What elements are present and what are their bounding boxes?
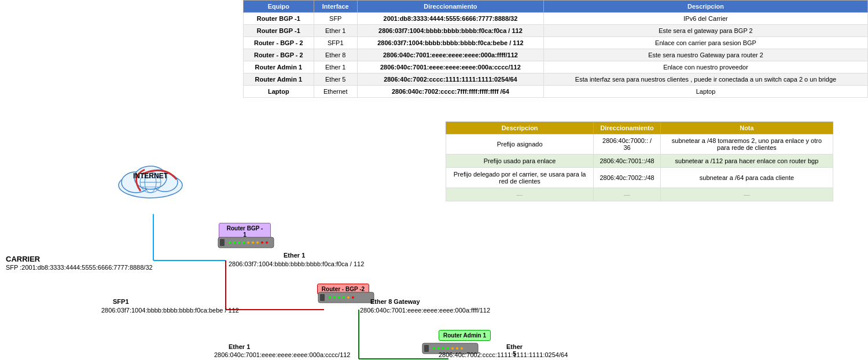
sec-col-header-direccionamiento: Direccionamiento (594, 122, 661, 134)
sec-table-cell-3-2: — (660, 188, 833, 201)
sec-table-cell-1-2: subnetear a /112 para hacer enlace con r… (660, 155, 833, 168)
diagram-lines (0, 81, 451, 360)
sec-table-cell-0-2: subnetear a /48 tomaremos 2, uno para en… (660, 134, 833, 155)
ether5-addr: 2806:40c:7002:cccc:1111:1111:1111:0254/6… (439, 351, 568, 358)
sec-table-cell-0-1: 2806:40c:7000:: / 36 (594, 134, 661, 155)
svg-rect-18 (220, 239, 225, 246)
sec-table-cell-3-0: — (446, 188, 594, 201)
router-bgp2-icon (317, 289, 375, 308)
main-table-cell-0-2: 2001:db8:3333:4444:5555:6666:7777:8888/3… (357, 13, 543, 25)
svg-point-38 (433, 347, 435, 350)
sec-table-cell-0-0: Prefijo asignado (446, 134, 594, 155)
svg-point-35 (352, 296, 354, 299)
svg-point-32 (338, 296, 340, 299)
svg-point-21 (238, 241, 240, 244)
svg-point-22 (242, 241, 245, 244)
diagram-area: INTERNET CARRIER SFP :2001:db8:3333:4444… (0, 81, 451, 359)
svg-point-44 (461, 347, 463, 350)
sec-table-cell-1-0: Prefijo usado para enlace (446, 155, 594, 168)
svg-point-33 (343, 296, 345, 299)
svg-rect-28 (318, 292, 374, 303)
main-table-cell-1-0: Router BGP -1 (244, 25, 314, 37)
main-table-cell-4-1: Ether 1 (314, 61, 357, 74)
main-table-cell-2-3: Enlace con carrier para sesion BGP (544, 37, 868, 49)
router-bgp1-icon (217, 234, 275, 253)
router-admin1-label: Router Admin 1 (443, 332, 486, 339)
main-table-cell-3-0: Router - BGP - 2 (244, 49, 314, 61)
main-table-cell-0-1: SFP (314, 13, 357, 25)
secondary-table: Descripcion Direccionamiento Nota Prefij… (446, 122, 833, 201)
main-table-cell-4-3: Enlace con nuestro proveedor (544, 61, 868, 74)
ether1-label: Ether 1 (284, 252, 305, 259)
sec-table-cell-2-2: subnetear a /64 para cada cliente (660, 168, 833, 188)
svg-rect-17 (218, 237, 274, 248)
ether1-addr: 2806:03f7:1004:bbbb:bbbb:bbbb:f0ca:f0ca … (229, 260, 364, 267)
main-table-cell-2-1: SFP1 (314, 37, 357, 49)
main-table-cell-0-3: IPv6 del Carrier (544, 13, 868, 25)
col-header-direccionamiento: Direccionamiento (357, 1, 543, 13)
ether8-label: Ether 8 Gateway (370, 298, 420, 305)
svg-point-24 (252, 241, 254, 244)
main-table-cell-0-0: Router BGP -1 (244, 13, 314, 25)
carrier-sfp-text: SFP :2001:db8:3333:4444:5555:6666:7777:8… (6, 264, 153, 271)
ether8-addr: 2806:040c:7001:eeee:eeee:eeee:000a:ffff/… (360, 307, 490, 314)
svg-point-23 (247, 241, 249, 244)
main-table-cell-2-2: 2806:03f7:1004:bbbb:bbbb:bbbb:f0ca:bebe … (357, 37, 543, 49)
svg-point-27 (266, 241, 268, 244)
main-table-cell-6-3: Laptop (544, 86, 868, 98)
ether1-admin-label: Ether 1 (229, 343, 250, 350)
col-header-descripcion: Descripcion (544, 1, 868, 13)
svg-point-40 (442, 347, 444, 350)
svg-rect-29 (320, 294, 325, 301)
svg-rect-37 (424, 345, 429, 352)
svg-point-26 (261, 241, 263, 244)
main-table-cell-3-3: Este sera nuestro Gateway para router 2 (544, 49, 868, 61)
carrier-label: CARRIER (6, 255, 40, 263)
svg-point-43 (456, 347, 458, 350)
sec-col-header-descripcion: Descripcion (446, 122, 594, 134)
sec-table-cell-3-1: — (594, 188, 661, 201)
svg-point-20 (233, 241, 236, 244)
svg-point-19 (229, 241, 231, 244)
main-table-cell-2-0: Router - BGP - 2 (244, 37, 314, 49)
col-header-interface: Interface (314, 1, 357, 13)
main-table-cell-3-2: 2806:040c:7001:eeee:eeee:eeee:000a:ffff/… (357, 49, 543, 61)
svg-point-25 (256, 241, 259, 244)
router-admin1-box: Router Admin 1 (439, 330, 491, 341)
sec-col-header-nota: Nota (660, 122, 833, 134)
main-table-cell-4-0: Router Admin 1 (244, 61, 314, 74)
main-table-cell-1-3: Este sera el gateway para BGP 2 (544, 25, 868, 37)
main-table-cell-1-1: Ether 1 (314, 25, 357, 37)
ether1-admin-addr: 2806:040c:7001:eeee:eeee:eeee:000a:cccc/… (214, 351, 350, 358)
col-header-equipo: Equipo (244, 1, 314, 13)
svg-point-42 (451, 347, 454, 350)
sfp1-addr: 2806:03f7:1004:bbbb:bbbb:bbbb:f0ca:bebe … (101, 307, 239, 314)
sec-table-cell-2-1: 2806:40c:7002::/48 (594, 168, 661, 188)
svg-point-39 (437, 347, 440, 350)
svg-point-30 (329, 296, 331, 299)
main-table-cell-4-2: 2806:040c:7001:eeee:eeee:eeee:000a:cccc/… (357, 61, 543, 74)
svg-point-31 (333, 296, 336, 299)
svg-point-41 (447, 347, 449, 350)
sfp1-label: SFP1 (113, 298, 129, 305)
internet-label: INTERNET (113, 172, 188, 180)
sec-table-cell-1-1: 2806:40c:7001::/48 (594, 155, 661, 168)
internet-cloud: INTERNET (113, 159, 188, 211)
main-table-cell-3-1: Ether 8 (314, 49, 357, 61)
svg-point-34 (347, 296, 350, 299)
main-table-cell-1-2: 2806:03f7:1004:bbbb:bbbb:bbbb:f0ca:f0ca … (357, 25, 543, 37)
main-table-cell-5-3: Esta interfaz sera para nuestros cliente… (544, 74, 868, 86)
sec-table-cell-2-0: Prefijo delegado por el carrier, se usar… (446, 168, 594, 188)
